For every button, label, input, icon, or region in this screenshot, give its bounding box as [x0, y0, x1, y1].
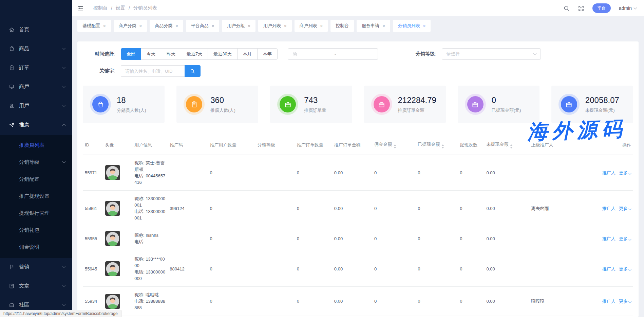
cell-avatar	[103, 191, 132, 226]
column-header-commission[interactable]: 佣金金额	[372, 138, 416, 155]
promoter-link[interactable]: 推广人	[602, 170, 615, 175]
user-phone: 电话: 13300000000	[134, 269, 166, 282]
level-select[interactable]: 请选择	[442, 48, 541, 60]
time-filter-本年[interactable]: 本年	[257, 48, 278, 60]
time-filter-group: 全部今天昨天最近7天最近30天本月本年	[121, 48, 278, 60]
sidebar-item-推廣[interactable]: 推廣	[0, 116, 72, 133]
column-header-label: 推广用户数量	[210, 142, 236, 147]
user-nickname: 昵称: nishhs	[134, 232, 166, 239]
cell-orders: 0	[295, 191, 332, 226]
chevron-down-icon	[634, 6, 637, 10]
tab-控制台[interactable]: 控制台	[330, 20, 354, 32]
cell-orders: 0	[295, 316, 332, 317]
promoter-link[interactable]: 推广人	[602, 236, 615, 241]
close-icon[interactable]: ×	[212, 24, 214, 28]
keyword-input[interactable]	[121, 65, 185, 77]
tab-平台商品[interactable]: 平台商品×	[186, 20, 220, 32]
sidebar-item-文章[interactable]: 文章	[0, 277, 72, 294]
close-icon[interactable]: ×	[423, 24, 426, 28]
more-link[interactable]: 更多	[619, 266, 631, 271]
sidebar-subitem-佣金说明[interactable]: 佣金说明	[0, 239, 72, 256]
stats-row: 18分銷員人數(人)360推廣人數(人)743推廣訂單量212284.79推廣訂…	[83, 86, 633, 123]
breadcrumb-item[interactable]: 设置	[116, 5, 125, 11]
keyword-search-button[interactable]	[185, 65, 201, 77]
cell-level	[255, 226, 295, 251]
column-header-label: 上级推广人	[531, 142, 553, 147]
close-icon[interactable]: ×	[382, 24, 385, 28]
sidebar-item-首頁[interactable]: 首頁	[0, 21, 72, 38]
close-icon[interactable]: ×	[284, 24, 287, 28]
tab-商户列表[interactable]: 商户列表×	[295, 20, 328, 32]
promoter-link[interactable]: 推广人	[602, 206, 615, 211]
time-filter-最近7天[interactable]: 最近7天	[181, 48, 208, 60]
breadcrumb-separator: /	[129, 5, 130, 11]
sidebar-subitem-分销礼包[interactable]: 分销礼包	[0, 222, 72, 239]
sidebar-item-商戶[interactable]: 商戶	[0, 78, 72, 95]
sidebar-subitem-label: 佣金说明	[19, 244, 65, 250]
cell-orders: 0	[295, 155, 332, 191]
breadcrumb-item[interactable]: 分销员列表	[133, 5, 157, 11]
cell-withdraw-count: 0	[458, 287, 484, 316]
tab-商户分类[interactable]: 商户分类×	[114, 20, 147, 32]
close-icon[interactable]: ×	[139, 24, 142, 28]
breadcrumb-item[interactable]: 控制台	[93, 5, 108, 11]
tab-服务申请[interactable]: 服务申请×	[357, 20, 390, 32]
more-link[interactable]: 更多	[619, 299, 631, 304]
date-range-input[interactable]: -	[288, 48, 378, 60]
time-filter-今天[interactable]: 今天	[141, 48, 161, 60]
column-header-withdrawn[interactable]: 已提现金额	[416, 138, 458, 155]
sidebar-item-label: 推廣	[19, 122, 63, 128]
sidebar-item-营销[interactable]: 营销	[0, 258, 72, 275]
stat-value: 743	[304, 95, 326, 105]
collapse-menu-icon[interactable]	[77, 5, 84, 12]
distributor-table: ID头像用户信息推广码推广用户数量分销等级推广订单数量推广订单金额佣金金额已提现…	[83, 138, 633, 317]
sort-icon[interactable]	[510, 144, 513, 148]
sidebar-subitem-推廣員列表[interactable]: 推廣員列表	[0, 137, 72, 154]
close-icon[interactable]: ×	[320, 24, 323, 28]
avatar	[105, 201, 130, 216]
time-filter-昨天[interactable]: 昨天	[161, 48, 181, 60]
sidebar-top-space	[0, 0, 72, 21]
user-phone: 电话: 00445657416	[134, 173, 166, 186]
sort-icon[interactable]	[441, 144, 444, 148]
cell-level	[255, 287, 295, 316]
fullscreen-icon[interactable]	[578, 5, 584, 12]
close-icon[interactable]: ×	[175, 24, 178, 28]
tab-商品分类[interactable]: 商品分类×	[150, 20, 183, 32]
sidebar-subitem-分销等级[interactable]: 分销等级	[0, 154, 72, 171]
tab-分销员列表[interactable]: 分销员列表×	[393, 20, 431, 32]
stat-label: 推廣人數(人)	[210, 107, 235, 113]
more-link[interactable]: 更多	[619, 206, 631, 211]
promoter-link[interactable]: 推广人	[602, 299, 615, 304]
more-link[interactable]: 更多	[619, 236, 631, 241]
stat-value: 360	[210, 95, 235, 105]
sidebar-subitem-推广提现设置[interactable]: 推广提现设置	[0, 188, 72, 205]
time-filter-本月[interactable]: 本月	[237, 48, 258, 60]
sidebar-subitem-分銷配置[interactable]: 分銷配置	[0, 171, 72, 188]
sidebar-item-商品[interactable]: 商品	[0, 40, 72, 57]
time-filter-全部[interactable]: 全部	[121, 48, 141, 60]
search-icon[interactable]	[563, 5, 570, 12]
promoter-link[interactable]: 推广人	[602, 266, 615, 271]
cell-commission: 0	[372, 251, 416, 287]
sidebar-item-label: 社區	[19, 302, 63, 308]
sidebar-item-訂單[interactable]: 訂單	[0, 59, 72, 76]
user-menu[interactable]: admin	[619, 5, 637, 11]
close-icon[interactable]: ×	[248, 24, 250, 28]
cell-id: 55955	[83, 226, 103, 251]
tab-用户列表[interactable]: 用户列表×	[258, 20, 292, 32]
column-header-unwithdrawn[interactable]: 未提现金额	[484, 138, 529, 155]
time-filter-最近30天[interactable]: 最近30天	[208, 48, 237, 60]
date-range-separator: -	[297, 51, 374, 57]
column-header-label: 推广码	[170, 142, 183, 147]
sidebar-item-用戶[interactable]: 用戶	[0, 97, 72, 114]
tab-label: 平台商品	[191, 23, 209, 29]
more-link[interactable]: 更多	[619, 170, 631, 175]
sort-icon[interactable]	[394, 144, 396, 148]
tab-用户分组[interactable]: 用户分组×	[222, 20, 255, 32]
close-icon[interactable]: ×	[103, 24, 106, 28]
breadcrumb: 控制台/设置/分销员列表	[93, 5, 157, 11]
tab-基礎配置[interactable]: 基礎配置×	[77, 20, 111, 32]
sidebar-subitem-提现银行管理[interactable]: 提现银行管理	[0, 205, 72, 222]
stat-text: 18分銷員人數(人)	[117, 95, 146, 113]
